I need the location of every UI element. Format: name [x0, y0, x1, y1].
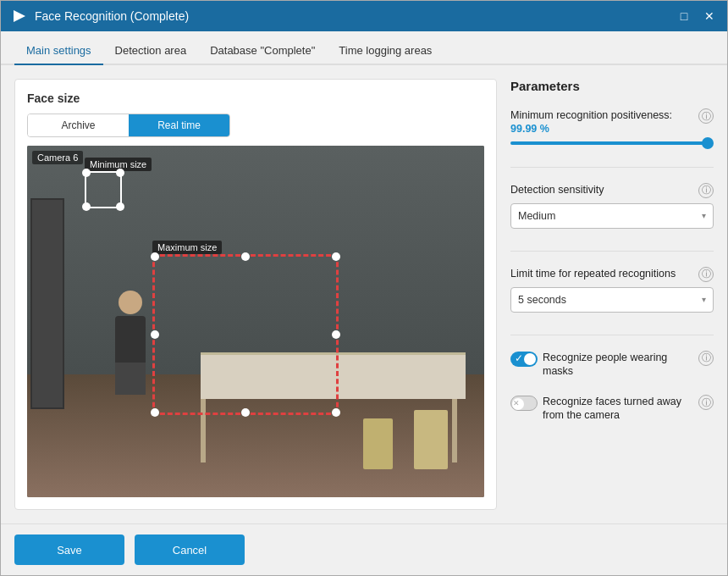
toggle-knob-away: ✕	[512, 398, 524, 410]
close-button[interactable]: ✕	[700, 7, 719, 25]
parameters-title: Parameters	[510, 79, 714, 93]
camera-label: Camera 6	[32, 151, 83, 164]
slider-thumb[interactable]	[702, 137, 714, 149]
cancel-button[interactable]: Cancel	[135, 534, 245, 565]
limit-time-section: Limit time for repeated recognitions ⓘ 5…	[510, 267, 714, 319]
divider-1	[510, 167, 714, 168]
min-recognition-label: Minimum recognition positiveness: 99.99 …	[510, 108, 693, 136]
min-size-box[interactable]	[85, 171, 122, 208]
detection-sensitivity-row: Detection sensitivity ⓘ	[510, 183, 714, 198]
tab-database[interactable]: Database "Complete"	[198, 37, 327, 65]
max-mid-top	[241, 252, 250, 261]
chair-mid	[363, 418, 393, 469]
toggle-knob-masks	[524, 353, 536, 365]
limit-time-info-icon[interactable]: ⓘ	[698, 267, 714, 282]
dropdown-arrow-sensitivity: ▾	[702, 211, 706, 220]
face-size-box: Face size Archive Real time	[14, 79, 497, 510]
person-legs	[115, 363, 146, 395]
window-title: Face Recognition (Complete)	[35, 9, 675, 23]
person-head	[119, 291, 142, 314]
detection-sensitivity-label: Detection sensitivity	[510, 183, 693, 197]
recognize-masks-row: ✓ Recognize people wearing masks ⓘ	[510, 351, 714, 379]
right-panel: Parameters Minimum recognition positiven…	[510, 79, 714, 510]
max-mid-left	[151, 330, 159, 339]
recognize-masks-label: Recognize people wearing masks	[543, 351, 693, 379]
max-corner-bl	[151, 408, 159, 417]
slider-track	[510, 141, 714, 145]
max-mid-bottom	[241, 408, 250, 417]
tab-detection-area[interactable]: Detection area	[103, 37, 199, 65]
toggle-x-icon: ✕	[513, 399, 520, 407]
detection-sensitivity-section: Detection sensitivity ⓘ Medium ▾	[510, 183, 714, 235]
recognize-away-row: ✕ Recognize faces turned away from the c…	[510, 395, 714, 423]
max-mid-right	[332, 330, 340, 339]
content-area: Face size Archive Real time	[1, 65, 727, 523]
limit-time-dropdown[interactable]: 5 seconds ▾	[510, 287, 714, 313]
recognition-slider[interactable]	[510, 141, 714, 145]
realtime-button[interactable]: Real time	[129, 114, 229, 136]
toggle-check-masks: ✓	[515, 352, 523, 364]
chair-right	[414, 410, 448, 469]
limit-time-row: Limit time for repeated recognitions ⓘ	[510, 267, 714, 282]
max-size-label: Maximum size	[152, 241, 222, 254]
camera-view: Camera 6 Minimum size Maximum size	[27, 146, 484, 497]
door-decor	[30, 198, 64, 409]
save-button[interactable]: Save	[14, 534, 124, 565]
archive-realtime-toggle: Archive Real time	[27, 114, 230, 137]
recognize-masks-toggle[interactable]: ✓	[510, 352, 538, 367]
tab-time-logging[interactable]: Time logging areas	[327, 37, 444, 65]
corner-tl	[82, 169, 91, 177]
window-controls: □ ✕	[675, 7, 719, 25]
detection-sensitivity-info-icon[interactable]: ⓘ	[698, 183, 714, 198]
svg-marker-0	[14, 10, 25, 22]
title-bar: Face Recognition (Complete) □ ✕	[1, 1, 727, 31]
dropdown-arrow-time: ▾	[702, 295, 706, 304]
tab-bar: Main settings Detection area Database "C…	[1, 31, 727, 65]
detection-sensitivity-dropdown[interactable]: Medium ▾	[510, 203, 714, 229]
main-window: Face Recognition (Complete) □ ✕ Main set…	[0, 0, 728, 576]
limit-time-label: Limit time for repeated recognitions	[510, 267, 693, 280]
maximize-button[interactable]: □	[675, 7, 693, 25]
min-recognition-info-icon[interactable]: ⓘ	[698, 108, 714, 124]
recognize-masks-info-icon[interactable]: ⓘ	[698, 351, 714, 366]
left-panel: Face size Archive Real time	[14, 79, 497, 510]
person-figure	[109, 291, 152, 392]
app-logo-icon	[9, 7, 28, 25]
desk-leg-right	[452, 399, 457, 462]
min-recognition-value: 99.99 %	[510, 123, 549, 135]
archive-button[interactable]: Archive	[28, 114, 129, 136]
tab-main-settings[interactable]: Main settings	[14, 37, 103, 65]
slider-fill	[510, 141, 709, 145]
person-body	[115, 316, 146, 363]
max-corner-br	[332, 408, 340, 417]
max-corner-tr	[332, 252, 340, 261]
recognize-away-info-icon[interactable]: ⓘ	[698, 395, 714, 410]
corner-tr	[116, 169, 124, 177]
recognize-away-toggle[interactable]: ✕	[510, 396, 538, 411]
recognize-away-label: Recognize faces turned away from the cam…	[543, 395, 693, 423]
max-size-box[interactable]	[152, 254, 339, 415]
divider-2	[510, 251, 714, 252]
min-recognition-row: Minimum recognition positiveness: 99.99 …	[510, 108, 714, 136]
max-corner-tl	[151, 252, 159, 261]
divider-3	[510, 335, 714, 335]
footer: Save Cancel	[1, 523, 727, 575]
min-recognition-section: Minimum recognition positiveness: 99.99 …	[510, 108, 714, 152]
corner-br	[116, 202, 124, 211]
face-size-title: Face size	[27, 91, 484, 105]
corner-bl	[82, 202, 91, 211]
